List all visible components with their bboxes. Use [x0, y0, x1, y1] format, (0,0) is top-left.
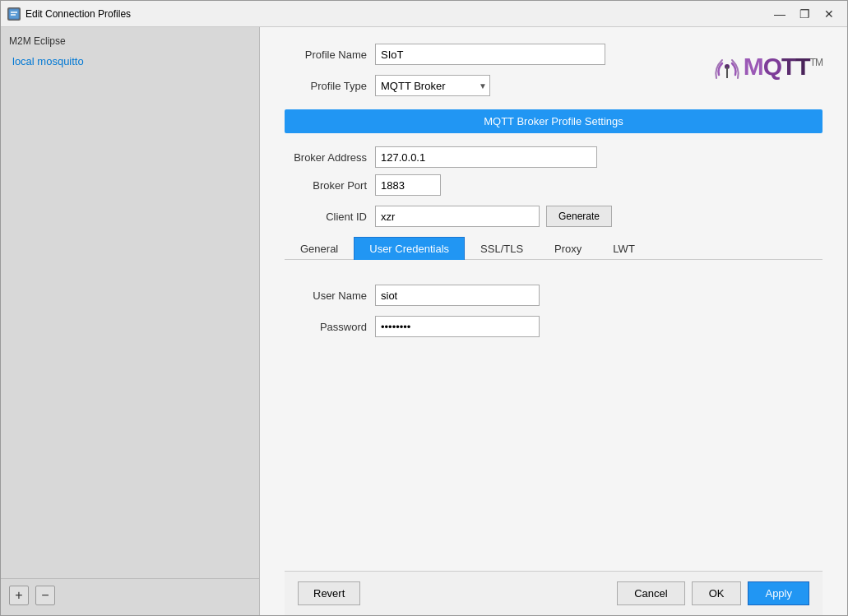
mqtt-logo-text: MQTTTM — [744, 54, 823, 79]
add-profile-button[interactable]: + — [9, 586, 29, 605]
tab-lwt[interactable]: LWT — [597, 237, 650, 260]
cancel-button[interactable]: Cancel — [617, 581, 684, 605]
password-row: Password — [285, 316, 823, 337]
tabs-row: General User Credentials SSL/TLS Proxy L… — [285, 237, 823, 260]
profile-type-select[interactable]: MQTT Broker MQTT Virtual — [375, 75, 490, 96]
generate-button[interactable]: Generate — [546, 206, 612, 227]
username-row: User Name — [285, 285, 823, 306]
sidebar: M2M Eclipse local mosquitto + − — [1, 27, 260, 615]
revert-button[interactable]: Revert — [298, 581, 360, 605]
broker-port-input[interactable] — [375, 174, 441, 196]
credentials-form: User Name Password — [285, 276, 823, 347]
main-panel: Profile Name Profile Type MQTT Broker MQ… — [260, 27, 847, 615]
profile-type-select-wrapper: MQTT Broker MQTT Virtual ▼ — [375, 75, 490, 96]
apply-button[interactable]: Apply — [748, 581, 809, 605]
window-title: Edit Connection Profiles — [25, 8, 768, 20]
main-window: Edit Connection Profiles — ❐ ✕ M2M Eclip… — [0, 0, 848, 616]
broker-port-label: Broker Port — [285, 179, 375, 192]
restore-button[interactable]: ❐ — [793, 4, 816, 24]
bottom-bar: Revert Cancel OK Apply — [285, 571, 823, 615]
tab-proxy[interactable]: Proxy — [539, 237, 597, 260]
profile-name-label: Profile Name — [285, 49, 375, 61]
minimize-button[interactable]: — — [768, 4, 791, 24]
remove-profile-button[interactable]: − — [35, 586, 55, 605]
profile-name-row: Profile Name — [285, 44, 696, 65]
close-button[interactable]: ✕ — [818, 4, 841, 24]
broker-address-row: Broker Address — [285, 146, 823, 168]
tab-general[interactable]: General — [285, 237, 354, 260]
broker-address-label: Broker Address — [285, 151, 375, 164]
broker-port-row: Broker Port — [285, 174, 823, 196]
profile-type-label: Profile Type — [285, 80, 375, 92]
window-controls: — ❐ ✕ — [768, 4, 841, 24]
username-input[interactable] — [375, 285, 540, 306]
tab-user-credentials[interactable]: User Credentials — [354, 237, 465, 260]
window-icon — [7, 7, 21, 21]
client-id-input[interactable] — [375, 206, 540, 227]
content-area: M2M Eclipse local mosquitto + − Profile … — [1, 27, 847, 615]
antenna-icon — [712, 52, 742, 81]
password-label: Password — [285, 321, 375, 333]
mqtt-broker-settings-button[interactable]: MQTT Broker Profile Settings — [285, 109, 823, 133]
tab-ssl-tls[interactable]: SSL/TLS — [465, 237, 539, 260]
spacer — [285, 347, 823, 571]
sidebar-group-label: M2M Eclipse — [1, 30, 259, 52]
username-label: User Name — [285, 289, 375, 302]
client-id-row: Client ID Generate — [285, 206, 823, 227]
client-id-label: Client ID — [285, 211, 375, 223]
bottom-right-buttons: Cancel OK Apply — [617, 581, 809, 605]
broker-address-input[interactable] — [375, 146, 597, 168]
password-input[interactable] — [375, 316, 540, 337]
sidebar-item-local-mosquitto[interactable]: local mosquitto — [1, 52, 259, 71]
sidebar-footer: + − — [1, 578, 259, 612]
svg-rect-0 — [9, 9, 19, 19]
title-bar: Edit Connection Profiles — ❐ ✕ — [1, 1, 847, 27]
profile-name-input[interactable] — [375, 44, 605, 65]
mqtt-logo: MQTTTM — [712, 52, 823, 81]
profile-type-row: Profile Type MQTT Broker MQTT Virtual ▼ — [285, 75, 696, 96]
ok-button[interactable]: OK — [692, 581, 742, 605]
